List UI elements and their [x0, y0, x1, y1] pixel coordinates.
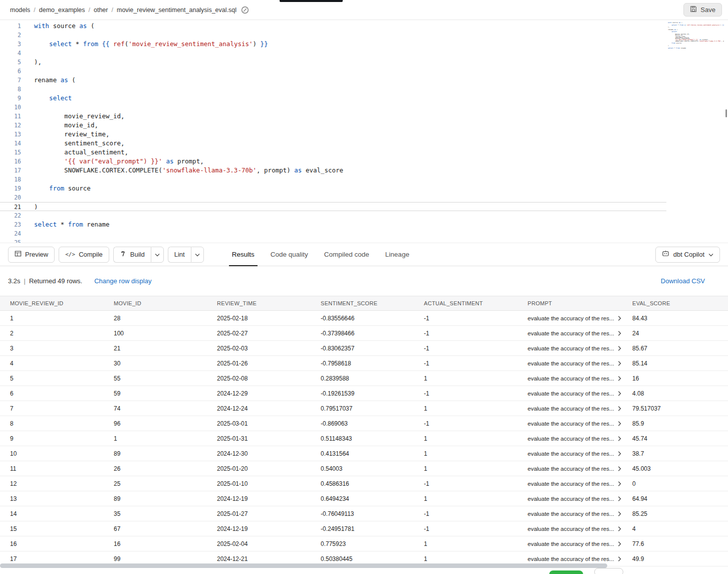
line-number: 15 [0, 148, 21, 157]
code-line[interactable]: 5), [0, 58, 728, 67]
chevron-right-icon[interactable] [618, 376, 621, 381]
code-line[interactable]: 21) [0, 202, 666, 211]
cell-review_time: 2025-02-03 [207, 345, 311, 352]
code-line[interactable]: 18 [0, 175, 728, 184]
read-only-icon[interactable] [241, 6, 249, 14]
line-number: 11 [0, 112, 21, 121]
chevron-right-icon[interactable] [618, 526, 621, 531]
tab-results[interactable]: Results [224, 243, 263, 266]
column-header-eval_score[interactable]: EVAL_SCORE [622, 300, 728, 306]
code-line[interactable]: 15 actual_sentiment, [0, 148, 728, 157]
lint-button[interactable]: Lint [168, 247, 191, 263]
code-line[interactable]: 12 movie_id, [0, 121, 728, 130]
horizontal-scrollbar[interactable] [0, 563, 607, 568]
editor-scrollbar[interactable] [725, 109, 727, 117]
table-row: 10892024-12-300.41315641evaluate the acc… [0, 446, 728, 461]
breadcrumb-separator: / [111, 7, 113, 14]
code-line[interactable]: 9 select [0, 94, 728, 103]
chevron-right-icon[interactable] [618, 421, 621, 426]
breadcrumb-item[interactable]: models [10, 7, 30, 14]
chevron-right-icon[interactable] [618, 541, 621, 546]
column-header-prompt[interactable]: PROMPT [518, 300, 622, 306]
cell-review_time: 2025-01-26 [207, 360, 311, 367]
bottom-white-button-partial[interactable] [594, 568, 623, 574]
chevron-right-icon[interactable] [618, 481, 621, 486]
breadcrumb-item[interactable]: other [94, 7, 108, 14]
code-line[interactable]: 1with source as ( [0, 22, 728, 31]
minimap[interactable]: with source as ( select * from {{ ref('m… [668, 22, 724, 51]
chevron-right-icon[interactable] [618, 331, 621, 336]
chevron-right-icon[interactable] [618, 346, 621, 351]
code-line[interactable]: 23select * from rename [0, 220, 728, 229]
results-table: MOVIE_REVIEW_IDMOVIE_IDREVIEW_TIMESENTIM… [0, 296, 728, 566]
code-line[interactable]: 11 movie_review_id, [0, 112, 728, 121]
column-header-movie_id[interactable]: MOVIE_ID [104, 300, 207, 306]
download-csv-link[interactable]: Download CSV [661, 277, 705, 285]
table-row: 912025-01-310.511483431evaluate the accu… [0, 431, 728, 446]
cell-review_time: 2024-12-24 [207, 405, 311, 412]
column-header-actual_sentiment[interactable]: ACTUAL_SENTIMENT [414, 300, 518, 306]
cell-review_time: 2025-01-20 [207, 465, 311, 472]
chevron-right-icon[interactable] [618, 466, 621, 471]
chevron-right-icon[interactable] [618, 391, 621, 396]
cell-movie_review_id: 13 [0, 495, 104, 502]
chevron-right-icon[interactable] [618, 436, 621, 441]
code-line[interactable]: 13 review_time, [0, 130, 728, 139]
breadcrumb-item[interactable]: movie_review_sentiment_analysis_eval.sql [117, 7, 236, 14]
cell-prompt: evaluate the accuracy of the res... [518, 481, 622, 487]
save-button-label: Save [700, 6, 715, 14]
code-line-text: select * from {{ ref('movie_review_senti… [21, 40, 268, 49]
code-line[interactable]: 3 select * from {{ ref('movie_review_sen… [0, 40, 728, 49]
lint-dropdown-button[interactable] [191, 247, 204, 263]
chevron-right-icon[interactable] [618, 556, 621, 561]
column-header-movie_review_id[interactable]: MOVIE_REVIEW_ID [0, 300, 104, 306]
tab-lineage[interactable]: Lineage [377, 243, 417, 266]
code-line[interactable]: 7rename as ( [0, 76, 728, 85]
prompt-preview-text: evaluate the accuracy of the res... [528, 541, 614, 547]
cell-review_time: 2024-12-21 [207, 555, 311, 562]
tab-code-quality[interactable]: Code quality [263, 243, 316, 266]
code-editor[interactable]: 1with source as (2 3 select * from {{ re… [0, 20, 728, 243]
compile-button[interactable]: </> Compile [59, 247, 109, 263]
change-row-display-link[interactable]: Change row display [94, 277, 151, 285]
code-line[interactable]: 4 [0, 49, 728, 58]
code-line[interactable]: 8 [0, 85, 728, 94]
code-line[interactable]: 16 '{{ var("eval_prompt") }}' as prompt, [0, 157, 728, 166]
prompt-preview-text: evaluate the accuracy of the res... [528, 391, 614, 397]
save-button[interactable]: Save [683, 3, 722, 17]
cell-movie_id: 74 [104, 405, 207, 412]
code-line[interactable]: 17 SNOWFLAKE.CORTEX.COMPLETE('snowflake-… [0, 166, 728, 175]
code-line[interactable]: 6 [0, 67, 728, 76]
chevron-right-icon[interactable] [618, 496, 621, 501]
chevron-right-icon[interactable] [618, 451, 621, 456]
column-header-sentiment_score[interactable]: SENTIMENT_SCORE [311, 300, 414, 306]
dbt-copilot-button[interactable]: dbt Copilot [655, 247, 720, 263]
code-line[interactable]: 24 [0, 229, 728, 238]
chevron-right-icon[interactable] [618, 316, 621, 321]
code-line[interactable]: 19 from source [0, 184, 728, 193]
build-dropdown-button[interactable] [151, 247, 164, 263]
prompt-preview-text: evaluate the accuracy of the res... [528, 330, 614, 336]
lint-button-group: Lint [168, 247, 204, 263]
column-header-review_time[interactable]: REVIEW_TIME [207, 300, 311, 306]
chevron-down-icon [195, 251, 200, 258]
code-line[interactable]: 20 [0, 193, 728, 202]
bottom-green-button-partial[interactable] [549, 570, 583, 574]
code-line[interactable]: 25 [0, 238, 728, 243]
chevron-right-icon[interactable] [618, 361, 621, 366]
build-button[interactable]: Build [113, 247, 151, 263]
chevron-right-icon[interactable] [618, 511, 621, 516]
code-line[interactable]: 14 sentiment_score, [0, 139, 728, 148]
breadcrumb-item[interactable]: demo_examples [39, 7, 85, 14]
code-line-text: ) [21, 203, 38, 211]
code-lines[interactable]: 1with source as (2 3 select * from {{ re… [0, 22, 728, 243]
preview-button[interactable]: Preview [8, 247, 55, 263]
code-line[interactable]: 2 [0, 31, 728, 40]
code-line[interactable]: 10 [0, 103, 728, 112]
prompt-preview-text: evaluate the accuracy of the res... [528, 360, 614, 366]
tab-compiled-code[interactable]: Compiled code [316, 243, 377, 266]
code-line[interactable]: 22 [0, 211, 728, 220]
chevron-right-icon[interactable] [618, 406, 621, 411]
cell-actual_sentiment: -1 [414, 390, 518, 397]
cell-movie_id: 25 [104, 480, 207, 487]
